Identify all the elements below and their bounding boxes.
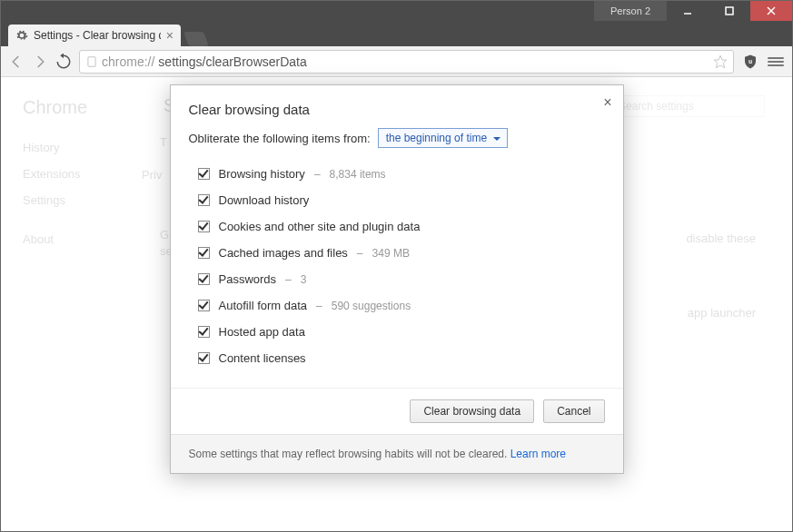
maximize-button[interactable] [709,1,750,21]
page-icon [85,55,98,68]
hamburger-icon [768,55,784,68]
dialog-prompt: Obliterate the following items from: [189,132,371,145]
new-tab-button[interactable] [183,32,209,46]
profile-label: Person 2 [610,5,650,16]
clear-browsing-data-button[interactable]: Clear browsing data [410,399,534,423]
bookmark-star-icon[interactable] [713,54,728,69]
profile-button[interactable]: Person 2 [594,1,667,21]
gear-icon [15,29,28,42]
svg-rect-1 [726,7,733,15]
item-label: Cookies and other site and plugin data [219,220,421,233]
item-label: Cached images and files [219,246,348,260]
item-meta: 349 MB [372,247,410,260]
clear-data-item: Download history [189,187,605,213]
minimize-button[interactable] [667,1,709,21]
item-label: Passwords [219,272,277,286]
clear-data-item: Browsing history–8,834 items [189,161,605,187]
checkbox[interactable] [198,326,210,338]
forward-button[interactable] [32,54,48,70]
clear-data-item: Hosted app data [189,319,605,345]
item-label: Download history [219,193,310,207]
clear-data-item: Content licenses [189,345,605,371]
checkbox[interactable] [198,194,210,206]
clear-data-item: Cached images and files–349 MB [189,240,605,266]
window-titlebar: Person 2 [1,1,792,21]
dialog-title: Clear browsing data [171,85,623,128]
item-label: Hosted app data [219,325,305,339]
svg-marker-5 [714,55,726,67]
tab-strip: Settings - Clear browsing d × [1,21,792,46]
item-meta: 3 [301,273,307,286]
checkbox[interactable] [198,273,210,285]
dialog-footer: Some settings that may reflect browsing … [171,434,623,473]
item-label: Autofill form data [219,299,308,312]
tab-close-icon[interactable]: × [166,29,173,42]
ublock-icon[interactable]: u [741,53,759,71]
modal-overlay: × Clear browsing data Obliterate the fol… [1,77,792,532]
clear-browsing-data-dialog: × Clear browsing data Obliterate the fol… [170,84,624,474]
reload-button[interactable] [55,54,72,70]
window-close-button[interactable] [750,1,792,21]
address-bar[interactable]: chrome://settings/clearBrowserData [79,50,734,74]
checkbox[interactable] [198,221,210,232]
svg-rect-4 [88,56,95,66]
checkbox[interactable] [198,300,210,311]
clear-data-item: Cookies and other site and plugin data [189,213,605,240]
checkbox[interactable] [198,247,210,259]
browser-tab[interactable]: Settings - Clear browsing d × [8,25,181,46]
cancel-button[interactable]: Cancel [543,399,604,423]
footer-text: Some settings that may reflect browsing … [189,448,510,460]
url-path: settings/clearBrowserData [158,54,306,69]
browser-toolbar: chrome://settings/clearBrowserData u [1,46,792,77]
back-button[interactable] [8,54,25,70]
clear-data-item: Autofill form data–590 suggestions [189,292,605,319]
item-meta: 8,834 items [330,168,386,181]
tab-title: Settings - Clear browsing d [34,29,161,42]
clear-data-item: Passwords–3 [189,266,605,292]
menu-button[interactable] [767,53,785,71]
item-meta: 590 suggestions [332,300,411,312]
svg-text:u: u [748,58,752,64]
item-label: Browsing history [219,167,305,181]
checkbox[interactable] [198,168,210,180]
item-label: Content licenses [219,351,306,365]
url-protocol: chrome:// [102,54,154,69]
checkbox[interactable] [198,352,210,364]
learn-more-link[interactable]: Learn more [510,448,566,460]
dialog-close-icon[interactable]: × [603,94,611,111]
time-range-select[interactable]: the beginning of time [378,128,508,148]
